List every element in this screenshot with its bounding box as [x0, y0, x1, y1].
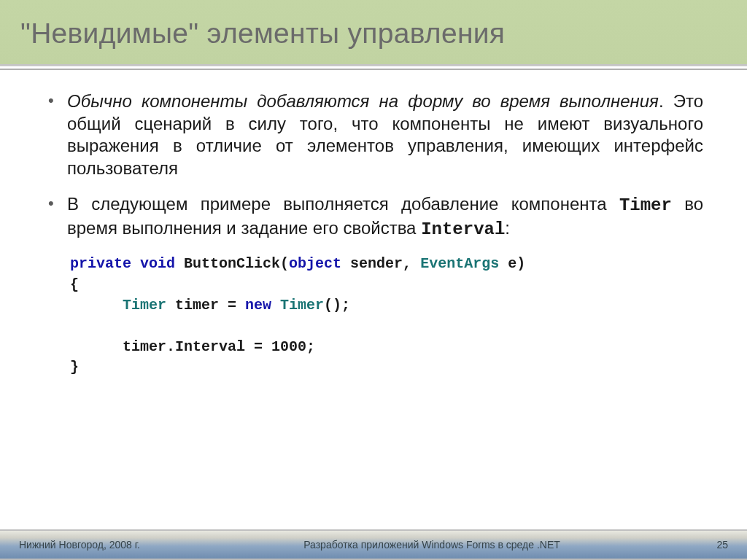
- bullet-2-pre1: В следующем примере выполняется добавлен…: [67, 194, 619, 214]
- slide-footer: Нижний Новгород, 2008 г. Разработка прил…: [0, 529, 747, 559]
- line3: timer.Interval = 1000;: [123, 338, 315, 355]
- bullet-2: В следующем примере выполняется добавлен…: [44, 193, 703, 241]
- footer-center: Разработка приложений Windows Forms в ср…: [194, 539, 670, 551]
- code-arg1-rest: sender,: [341, 255, 420, 272]
- indent2: [70, 338, 123, 355]
- slide: "Невидимые" элементы управления Обычно к…: [0, 0, 747, 560]
- kw-object: object: [289, 255, 341, 272]
- tp-timer1: Timer: [123, 297, 166, 314]
- brace-open: {: [70, 276, 79, 293]
- code-fn: ButtonClick(: [184, 255, 289, 272]
- slide-header: "Невидимые" элементы управления: [0, 0, 747, 66]
- sp: [271, 297, 280, 314]
- code-block: private void ButtonClick(object sender, …: [70, 254, 703, 378]
- bullet-1: Обычно компоненты добавляются на форму в…: [44, 90, 703, 180]
- bullet-2-mono2: Interval: [421, 219, 505, 239]
- line2-end: ();: [324, 297, 350, 314]
- brace-close: }: [70, 359, 79, 376]
- bullet-1-italic: Обычно компоненты добавляются на форму в…: [67, 91, 659, 111]
- footer-left: Нижний Новгород, 2008 г.: [19, 539, 194, 551]
- bullet-2-mono1: Timer: [619, 195, 672, 215]
- kw-void: void: [140, 255, 175, 272]
- bullet-list: Обычно компоненты добавляются на форму в…: [44, 90, 703, 241]
- tp-timer2: Timer: [280, 297, 324, 314]
- tp-eventargs: EventArgs: [420, 255, 499, 272]
- bullet-2-post: :: [505, 218, 510, 238]
- indent1: [70, 297, 123, 314]
- slide-body: Обычно компоненты добавляются на форму в…: [0, 70, 747, 529]
- slide-title: "Невидимые" элементы управления: [20, 18, 727, 50]
- footer-page-number: 25: [670, 539, 728, 551]
- kw-private: private: [70, 255, 131, 272]
- line2-mid: timer =: [166, 297, 245, 314]
- code-arg2-rest: e): [499, 255, 525, 272]
- kw-new: new: [245, 297, 271, 314]
